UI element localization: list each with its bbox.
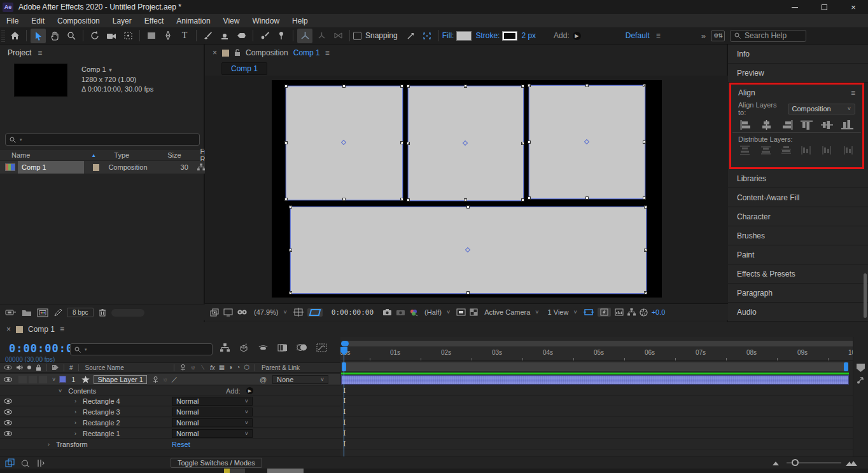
align-horizontal-center-icon[interactable] xyxy=(760,120,773,130)
distribute-horizontal-center-icon[interactable] xyxy=(822,146,834,155)
rectangle-4-row[interactable]: › Rectangle 4 Normal˅ xyxy=(0,396,340,406)
frame-blending-icon[interactable] xyxy=(277,343,288,352)
toolbar-overflow[interactable]: » xyxy=(701,31,706,41)
panel-tab-paragraph[interactable]: Paragraph xyxy=(728,284,868,303)
channels-icon[interactable] xyxy=(409,308,418,317)
timeline-track-area[interactable]: :00s01s02s03s04s05s06s07s08s09s10s I I I… xyxy=(340,337,868,456)
camera-view-dropdown[interactable]: Active Camera˅ xyxy=(482,308,541,317)
selection-handle[interactable] xyxy=(521,85,524,88)
pick-whip-icon[interactable]: @ xyxy=(260,376,267,383)
contents-add-icon[interactable]: ▶ xyxy=(246,387,253,394)
distribute-right-icon[interactable] xyxy=(843,146,855,155)
transform-reset-link[interactable]: Reset xyxy=(172,441,190,448)
selection-handle[interactable] xyxy=(643,141,646,144)
layer-sun-switch[interactable]: ☼ xyxy=(162,376,168,383)
camera-tool[interactable] xyxy=(104,29,119,43)
close-button[interactable]: × xyxy=(839,0,868,14)
view-layout-dropdown[interactable]: 1 View˅ xyxy=(545,308,580,317)
stroke-swatch[interactable] xyxy=(502,31,517,41)
solo-column-icon[interactable] xyxy=(27,366,31,369)
selection-handle[interactable] xyxy=(289,249,292,252)
zoom-tool[interactable] xyxy=(64,29,79,43)
sort-ascending-icon[interactable]: ▲ xyxy=(91,153,96,158)
pen-tool[interactable] xyxy=(160,29,176,43)
pan-behind-tool[interactable] xyxy=(120,29,136,43)
timeline-panel-menu-icon[interactable]: ≡ xyxy=(60,325,64,334)
selection-handle[interactable] xyxy=(528,196,531,200)
menu-window[interactable]: Window xyxy=(246,17,286,25)
workspace-name[interactable]: Default xyxy=(626,31,650,40)
menu-animation[interactable]: Animation xyxy=(170,17,216,25)
distribute-top-icon[interactable] xyxy=(739,146,751,155)
selection-handle[interactable] xyxy=(289,205,292,209)
selection-handle[interactable] xyxy=(466,205,470,209)
add-shape-icon[interactable]: ▶ xyxy=(573,32,581,40)
timeline-ruler[interactable]: :00s01s02s03s04s05s06s07s08s09s10s xyxy=(340,347,853,361)
layer-visibility-toggle[interactable] xyxy=(4,377,12,382)
interpret-footage-icon[interactable] xyxy=(5,308,17,317)
menu-view[interactable]: View xyxy=(217,17,246,25)
selection-handle[interactable] xyxy=(585,84,589,87)
timeline-tab-label[interactable]: Comp 1 xyxy=(28,325,55,334)
project-tab[interactable]: Project xyxy=(8,48,31,57)
distribute-vertical-center-icon[interactable] xyxy=(760,146,772,155)
selection-handle[interactable] xyxy=(400,198,403,201)
graph-editor-icon[interactable] xyxy=(316,343,327,352)
selection-tool[interactable] xyxy=(31,29,46,43)
rectangle-2-row[interactable]: › Rectangle 2 Normal˅ xyxy=(0,418,340,428)
transform-chevron[interactable]: › xyxy=(48,441,50,448)
rectangle-2-visibility[interactable] xyxy=(4,420,12,425)
hand-tool[interactable] xyxy=(47,29,62,43)
snap-arrow-toggle[interactable] xyxy=(403,29,418,43)
shape-rectangle-4[interactable] xyxy=(290,207,647,294)
selection-handle[interactable] xyxy=(528,141,531,144)
menu-effect[interactable]: Effect xyxy=(138,17,170,25)
minimize-button[interactable] xyxy=(780,0,809,14)
grid-guides-icon[interactable] xyxy=(293,308,304,317)
panel-tab-preview[interactable]: Preview xyxy=(728,64,868,83)
timeline-label-swatch[interactable] xyxy=(16,326,23,333)
menu-help[interactable]: Help xyxy=(286,17,314,25)
panel-tab-effects-presets[interactable]: Effects & Presets xyxy=(728,264,868,284)
contents-collapse-chevron[interactable]: ˅ xyxy=(59,388,62,394)
rectangle-4-chevron[interactable]: › xyxy=(74,398,76,404)
in-out-stretch-button[interactable] xyxy=(36,459,45,467)
selection-handle[interactable] xyxy=(407,198,410,202)
timeline-zoom-slider-knob[interactable] xyxy=(792,459,799,466)
panel-tab-info[interactable]: Info xyxy=(728,45,868,64)
selection-handle[interactable] xyxy=(407,85,410,88)
shape-layer-duration-bar[interactable] xyxy=(341,375,849,385)
playhead-line[interactable] xyxy=(344,347,344,456)
align-bottom-icon[interactable] xyxy=(841,120,853,130)
project-bit-depth[interactable]: 8 bpc xyxy=(67,308,94,317)
composition-panel-close-icon[interactable]: × xyxy=(213,48,217,57)
fill-label[interactable]: Fill: xyxy=(442,31,454,40)
clone-stamp-tool[interactable] xyxy=(217,29,232,43)
stroke-width[interactable]: 2 px xyxy=(521,31,536,40)
timeline-navigator-bar[interactable] xyxy=(341,341,860,346)
panel-tab-content-aware-fill[interactable]: Content-Aware Fill xyxy=(728,188,868,207)
workspace-menu-icon[interactable]: ≡ xyxy=(656,31,661,40)
align-top-icon[interactable] xyxy=(801,120,813,130)
selection-handle[interactable] xyxy=(289,291,292,294)
anchor-point[interactable] xyxy=(463,140,468,145)
layer-number-column[interactable]: # xyxy=(69,364,73,371)
selection-handle[interactable] xyxy=(644,249,647,252)
transparency-grid-icon[interactable] xyxy=(470,308,478,316)
world-axis-mode[interactable] xyxy=(314,29,329,43)
expand-layers-button[interactable] xyxy=(5,458,15,467)
viewer-timecode[interactable]: 0:00:00:00 xyxy=(326,307,379,318)
project-row-comp1[interactable]: Comp 1 Composition 30 xyxy=(0,161,205,174)
exposure-shutter-icon[interactable] xyxy=(640,308,648,317)
shape-tool[interactable] xyxy=(144,29,159,43)
monitor-icon[interactable] xyxy=(223,308,233,317)
audio-column-icon[interactable] xyxy=(16,364,23,371)
rectangle-3-row[interactable]: › Rectangle 3 Normal˅ xyxy=(0,407,340,417)
project-comp-name[interactable]: Comp 1 xyxy=(81,65,106,73)
comp-button-icon[interactable] xyxy=(857,376,865,384)
distribute-left-icon[interactable] xyxy=(801,146,813,155)
motion-blur-icon[interactable] xyxy=(297,343,307,352)
exposure-value[interactable]: +0.0 xyxy=(652,308,666,316)
layer-row-shape-layer-1[interactable]: ˅ 1 Shape Layer 1 ☼ ／ @ None˅ xyxy=(0,374,340,385)
selection-handle[interactable] xyxy=(643,196,646,200)
